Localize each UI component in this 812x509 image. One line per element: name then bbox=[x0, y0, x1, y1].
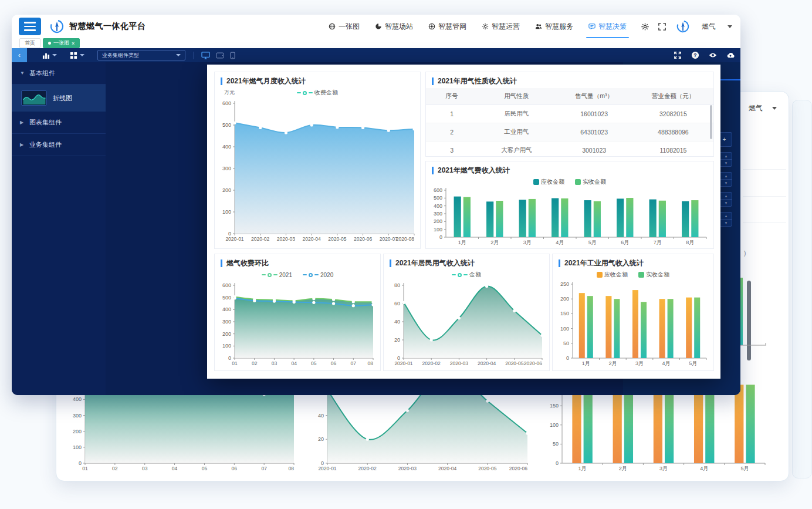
legend-label: 实收金额 bbox=[646, 271, 669, 279]
card-usage-nature-table[interactable]: 2021年用气性质收入统计 序号用气性质售气量（m³）营业金额（元）1居民用气1… bbox=[425, 72, 714, 157]
desktop-preview-icon[interactable] bbox=[201, 52, 210, 59]
operations-gear-icon bbox=[482, 23, 489, 30]
chevron-down-icon bbox=[176, 54, 181, 56]
background-user-menu[interactable]: 燃气 bbox=[749, 103, 777, 113]
chart-legend: 应收金额实收金额 bbox=[426, 177, 713, 187]
legend-item[interactable]: 应收金额 bbox=[597, 271, 628, 279]
chart-components-menu[interactable] bbox=[42, 52, 57, 59]
svg-text:03: 03 bbox=[142, 466, 148, 471]
legend-label: 收费金额 bbox=[314, 89, 338, 97]
design-canvas[interactable]: 2021年燃气月度收入统计 万元 收费金额 010020030040050060… bbox=[106, 62, 623, 395]
svg-text:100: 100 bbox=[222, 343, 231, 349]
legend-item[interactable]: 金额 bbox=[452, 271, 481, 279]
tablet-preview-icon[interactable] bbox=[216, 52, 224, 59]
svg-text:2020-05: 2020-05 bbox=[505, 360, 523, 366]
spinner-up-icon[interactable]: ▲ bbox=[720, 173, 732, 180]
main-nav: 一张图智慧场站智慧管网智慧运营智慧服务智慧决策 bbox=[329, 15, 627, 38]
svg-text:08: 08 bbox=[289, 466, 295, 471]
settings-gear-icon[interactable] bbox=[641, 22, 649, 31]
widget-grid-menu[interactable] bbox=[70, 52, 84, 59]
collapse-sidebar-button[interactable]: ‹ bbox=[12, 48, 27, 62]
help-icon[interactable]: ? bbox=[691, 51, 699, 59]
nav-item-3[interactable]: 智慧运营 bbox=[482, 15, 520, 38]
table-row[interactable]: 3大客户用气300102311082015 bbox=[426, 141, 713, 157]
legend-item[interactable]: 实收金额 bbox=[575, 178, 606, 186]
legend-item[interactable]: 应收金额 bbox=[533, 178, 564, 186]
table-header: 营业金额（元） bbox=[633, 88, 713, 105]
cloud-save-icon[interactable] bbox=[726, 51, 735, 59]
sidebar-group-basic[interactable]: ▼ 基本组件 bbox=[12, 62, 106, 85]
spinner-down-icon[interactable]: ▼ bbox=[720, 180, 732, 186]
user-name-label[interactable]: 燃气 bbox=[702, 22, 716, 32]
nav-item-4[interactable]: 智慧服务 bbox=[535, 15, 573, 38]
legend-item[interactable]: 实收金额 bbox=[638, 271, 669, 279]
chart-legend: 应收金额实收金额 bbox=[553, 270, 713, 279]
legend-item[interactable]: 收费金额 bbox=[297, 89, 338, 97]
area-chart-resident-income: 0204060802020-012020-022020-032020-04202… bbox=[384, 279, 549, 369]
card-industry-income[interactable]: 2021年工业用气收入统计 应收金额实收金额 0501001502002501月… bbox=[552, 254, 714, 371]
spinner-up-icon[interactable]: ▲ bbox=[720, 213, 732, 220]
sidebar-group-business-set[interactable]: ▶ 业务集组件 bbox=[12, 134, 106, 156]
decision-chat-icon bbox=[588, 23, 596, 30]
axis-unit-label: 万元 bbox=[224, 89, 235, 96]
table-cell: 488388096 bbox=[633, 123, 713, 141]
tab-home[interactable]: 首页 bbox=[19, 38, 40, 48]
spinner-down-icon[interactable]: ▼ bbox=[720, 200, 732, 206]
hamburger-menu-button[interactable] bbox=[19, 18, 41, 35]
svg-text:50: 50 bbox=[563, 341, 569, 346]
user-avatar-logo-icon[interactable] bbox=[676, 19, 690, 33]
card-title: 2021年居民用气收入统计 bbox=[395, 258, 475, 268]
legend-label: 2020 bbox=[320, 272, 333, 278]
svg-text:200: 200 bbox=[222, 187, 231, 193]
user-menu-chevron-icon[interactable] bbox=[728, 25, 732, 28]
svg-text:40: 40 bbox=[394, 319, 400, 325]
svg-text:300: 300 bbox=[73, 413, 82, 419]
svg-text:05: 05 bbox=[202, 466, 208, 471]
card-resident-income[interactable]: 2021年居民用气收入统计 金额 0204060802020-012020-02… bbox=[383, 254, 550, 371]
tab-close-icon[interactable]: × bbox=[72, 41, 75, 46]
table-cell: 16001023 bbox=[555, 105, 632, 123]
title-accent-bar bbox=[221, 259, 222, 267]
legend-item[interactable]: 2021 bbox=[262, 272, 292, 278]
nav-item-label: 智慧管网 bbox=[438, 22, 466, 32]
nav-item-2[interactable]: 智慧管网 bbox=[428, 15, 466, 38]
spinner-up-icon[interactable]: ▲ bbox=[720, 153, 732, 160]
svg-text:150: 150 bbox=[550, 403, 559, 409]
svg-text:40: 40 bbox=[318, 413, 324, 419]
scrollbar-thumb[interactable] bbox=[710, 105, 712, 139]
svg-text:6月: 6月 bbox=[621, 240, 629, 245]
title-accent-bar bbox=[432, 77, 434, 85]
legend-label: 应收金额 bbox=[541, 178, 564, 186]
nav-item-0[interactable]: 一张图 bbox=[329, 15, 360, 38]
nav-item-1[interactable]: 智慧场站 bbox=[375, 15, 413, 38]
sidebar-group-chart-set[interactable]: ▶ 图表集组件 bbox=[12, 112, 106, 134]
svg-text:2020-06: 2020-06 bbox=[354, 236, 372, 242]
svg-text:3月: 3月 bbox=[523, 240, 532, 245]
chart-legend: 万元 收费金额 bbox=[215, 88, 420, 97]
mobile-preview-icon[interactable] bbox=[230, 52, 235, 59]
svg-text:2020-06: 2020-06 bbox=[524, 360, 542, 366]
tab-one-map[interactable]: 一张图 × bbox=[43, 38, 80, 48]
table-row[interactable]: 2工业用气64301023488388096 bbox=[426, 123, 713, 141]
divider bbox=[743, 169, 786, 170]
card-fee-mom[interactable]: 燃气收费环比 20212020 010020030040050060001020… bbox=[214, 254, 381, 371]
nav-item-5[interactable]: 智慧决策 bbox=[588, 15, 627, 38]
spinner-down-icon[interactable]: ▼ bbox=[720, 220, 732, 226]
legend-item[interactable]: 2020 bbox=[303, 272, 333, 278]
fullscreen-icon[interactable] bbox=[658, 22, 666, 31]
svg-text:4月: 4月 bbox=[556, 240, 564, 245]
preview-eye-icon[interactable] bbox=[709, 51, 717, 59]
fullscreen-icon[interactable] bbox=[674, 51, 682, 59]
pipe-network-icon bbox=[428, 23, 435, 30]
spinner-up-icon[interactable]: ▲ bbox=[720, 193, 732, 200]
svg-text:600: 600 bbox=[222, 100, 231, 106]
card-fee-income[interactable]: 2021年燃气费收入统计 应收金额实收金额 010020030040050060… bbox=[425, 161, 714, 249]
sidebar-item-line-chart[interactable]: 折线图 bbox=[12, 85, 106, 112]
spinner-down-icon[interactable]: ▼ bbox=[720, 160, 732, 166]
svg-text:2020-08: 2020-08 bbox=[396, 236, 414, 242]
svg-text:01: 01 bbox=[82, 466, 88, 471]
grid-icon bbox=[70, 52, 77, 59]
component-type-select[interactable]: 业务集组件类型 bbox=[97, 50, 185, 60]
table-row[interactable]: 1居民用气1600102332082015 bbox=[426, 105, 713, 123]
card-monthly-income[interactable]: 2021年燃气月度收入统计 万元 收费金额 010020030040050060… bbox=[214, 72, 421, 249]
